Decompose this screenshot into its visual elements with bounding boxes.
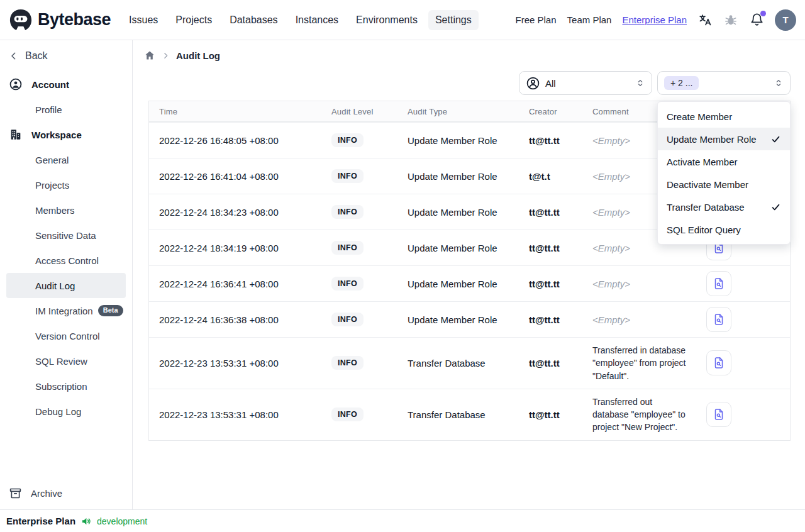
creator-filter-value: All [545, 78, 630, 89]
sidebar-item-im-integration[interactable]: IM Integration Beta [6, 298, 126, 323]
cell-comment: <Empty> [582, 279, 696, 289]
view-payload-button[interactable] [706, 271, 731, 296]
cell-time: 2022-12-26 16:41:04 +08:00 [149, 171, 321, 182]
cell-type: Update Member Role [397, 207, 519, 218]
nav-issues[interactable]: Issues [122, 10, 165, 30]
menu-item-label: Deactivate Member [667, 179, 748, 190]
free-plan-link[interactable]: Free Plan [516, 14, 557, 25]
chevron-updown-icon [635, 78, 645, 88]
archive-box-icon [9, 487, 22, 500]
table-row: 2022-12-23 13:53:31 +08:00 INFO Transfer… [149, 337, 790, 389]
file-search-icon [713, 277, 725, 290]
archive-button[interactable]: Archive [6, 479, 126, 507]
sidebar-item-label: IM Integration [35, 306, 93, 316]
notification-bell-icon[interactable] [749, 13, 764, 28]
cell-type: Update Member Role [397, 243, 519, 253]
cell-comment: Transferred out database "employee" to p… [582, 389, 696, 440]
menu-item-label: Update Member Role [667, 134, 757, 145]
sidebar-item-version-control[interactable]: Version Control [6, 323, 126, 348]
sidebar-section-label: Account [31, 79, 69, 90]
footer-environment-label: development [97, 516, 147, 526]
chevron-left-icon [9, 51, 19, 61]
file-search-icon [713, 357, 725, 369]
enterprise-plan-link[interactable]: Enterprise Plan [622, 14, 687, 25]
audit-log-content: Audit Log All + 2 ... [133, 40, 805, 509]
translate-icon[interactable] [697, 13, 713, 28]
back-label: Back [25, 50, 48, 62]
nav-environments[interactable]: Environments [349, 10, 425, 30]
audit-level-badge: INFO [331, 356, 364, 370]
view-payload-button[interactable] [706, 350, 731, 375]
nav-settings[interactable]: Settings [428, 10, 479, 30]
nav-projects[interactable]: Projects [169, 10, 219, 30]
cell-actions [696, 397, 790, 432]
audit-type-filter-select[interactable]: + 2 ... [657, 71, 791, 95]
cell-type: Update Member Role [397, 314, 519, 325]
top-navbar: Bytebase Issues Projects Databases Insta… [0, 0, 805, 40]
menu-item-update-member-role[interactable]: Update Member Role [658, 128, 790, 150]
cell-creator: tt@tt.tt [519, 207, 582, 218]
sidebar-section-workspace: Workspace [6, 122, 126, 147]
col-creator: Creator [519, 107, 582, 116]
menu-item-label: Transfer Database [667, 202, 745, 213]
sidebar-item-debug-log[interactable]: Debug Log [6, 399, 126, 424]
building-icon [9, 128, 23, 141]
sidebar-item-members[interactable]: Members [6, 197, 126, 223]
audit-level-badge: INFO [331, 205, 364, 219]
sidebar-item-label: Audit Log [35, 280, 75, 291]
col-audit-level: Audit Level [321, 107, 397, 116]
cell-type: Transfer Database [397, 358, 519, 369]
sidebar-item-subscription[interactable]: Subscription [6, 374, 126, 399]
cell-time: 2022-12-26 16:48:05 +08:00 [149, 135, 321, 146]
audit-level-badge: INFO [331, 407, 364, 421]
view-payload-button[interactable] [706, 307, 731, 332]
brand-wordmark: Bytebase [38, 10, 111, 30]
cell-comment: <Empty> [582, 314, 696, 325]
nav-databases[interactable]: Databases [223, 10, 285, 30]
cell-level: INFO [321, 356, 397, 370]
person-circle-icon [526, 76, 540, 91]
cell-creator: t@t.t [519, 171, 582, 182]
menu-item-deactivate-member[interactable]: Deactivate Member [658, 173, 790, 196]
bytebase-logo[interactable]: Bytebase [9, 8, 111, 32]
cell-level: INFO [321, 133, 397, 147]
user-avatar[interactable]: T [775, 9, 796, 31]
cell-creator: tt@tt.tt [519, 314, 582, 325]
audit-type-dropdown-menu: Create Member Update Member Role Activat… [657, 101, 791, 245]
cell-time: 2022-12-24 18:34:23 +08:00 [149, 207, 321, 218]
view-payload-button[interactable] [706, 402, 731, 427]
menu-item-transfer-database[interactable]: Transfer Database [658, 196, 790, 218]
beta-badge: Beta [98, 305, 123, 316]
menu-item-create-member[interactable]: Create Member [658, 105, 790, 128]
nav-instances[interactable]: Instances [289, 10, 345, 30]
col-audit-type: Audit Type [397, 107, 519, 116]
sidebar-item-label: Subscription [35, 381, 87, 392]
sidebar-section-account: Account [6, 72, 126, 97]
sidebar-item-label: Access Control [35, 255, 99, 266]
navbar-right: Free Plan Team Plan Enterprise Plan [516, 9, 796, 31]
sidebar-item-access-control[interactable]: Access Control [6, 248, 126, 273]
cell-creator: tt@tt.tt [519, 243, 582, 253]
menu-item-sql-editor-query[interactable]: SQL Editor Query [658, 218, 790, 241]
bug-icon[interactable] [723, 13, 738, 28]
archive-label: Archive [31, 488, 62, 499]
sidebar-item-audit-log[interactable]: Audit Log [6, 273, 126, 298]
creator-filter-select[interactable]: All [519, 71, 652, 95]
cell-time: 2022-12-24 16:36:38 +08:00 [149, 314, 321, 325]
cell-actions [696, 266, 790, 301]
speaker-icon [80, 516, 92, 527]
sidebar-item-sql-review[interactable]: SQL Review [6, 348, 126, 374]
menu-item-activate-member[interactable]: Activate Member [658, 150, 790, 173]
sidebar-item-projects[interactable]: Projects [6, 172, 126, 197]
sidebar-section-label: Workspace [31, 130, 82, 140]
sidebar-item-sensitive-data[interactable]: Sensitive Data [6, 223, 126, 248]
audit-level-badge: INFO [331, 277, 364, 291]
back-button[interactable]: Back [6, 44, 126, 68]
sidebar-item-profile[interactable]: Profile [6, 97, 126, 122]
menu-item-label: Create Member [667, 111, 732, 122]
sidebar-item-general[interactable]: General [6, 147, 126, 172]
home-icon[interactable] [144, 50, 155, 61]
table-row: 2022-12-24 16:36:41 +08:00 INFO Update M… [149, 265, 790, 301]
cell-type: Update Member Role [397, 171, 519, 182]
team-plan-link[interactable]: Team Plan [567, 14, 612, 25]
